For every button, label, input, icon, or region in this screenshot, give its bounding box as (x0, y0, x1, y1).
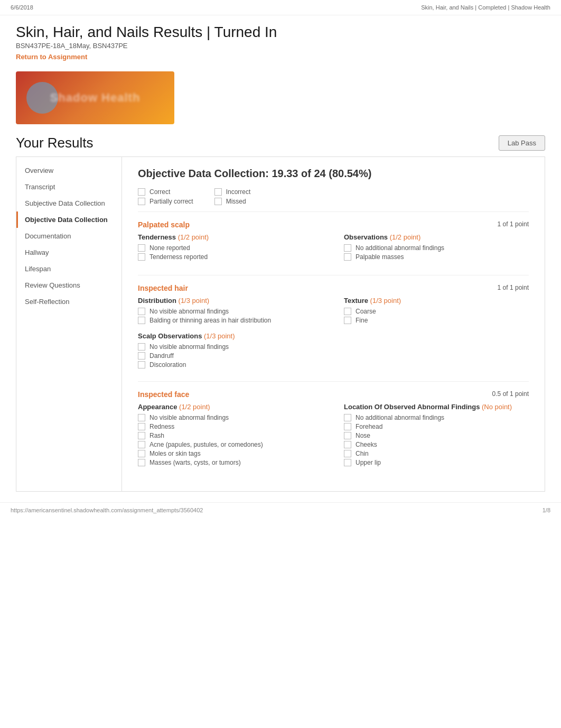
sidebar-item-transcript[interactable]: Transcript (16, 179, 121, 195)
option-tenderness-reported: Tenderness reported (138, 253, 323, 261)
banner-image: Shadow Health (16, 71, 174, 124)
banner-area: Shadow Health (0, 66, 561, 135)
option-dandruff-label: Dandruff (149, 352, 174, 360)
subsection-inspected-face-header: 0.5 of 1 point Inspected face (138, 390, 529, 399)
option-scalp-normal-box (138, 343, 145, 351)
option-face-normal: No visible abnormal findings (138, 414, 323, 421)
option-chin: Chin (344, 450, 529, 457)
option-dist-normal: No visible abnormal findings (138, 308, 323, 315)
sidebar-item-hallway[interactable]: Hallway (16, 244, 121, 261)
option-nose-label: Nose (356, 432, 370, 439)
option-face-normal-box (138, 414, 145, 421)
option-upper-lip-box (344, 459, 351, 466)
banner-logo-text: Shadow Health (50, 91, 141, 105)
option-palpable-masses-label: Palpable masses (356, 253, 404, 261)
option-dist-normal-label: No visible abnormal findings (149, 308, 229, 315)
option-nose: Nose (344, 432, 529, 439)
option-cheeks-box (344, 441, 351, 448)
option-coarse-box (344, 308, 351, 315)
option-dist-balding: Balding or thinning areas in hair distri… (138, 317, 323, 324)
subsection-inspected-hair-header: 1 of 1 point Inspected hair (138, 284, 529, 292)
results-header: Your Results Lab Pass (16, 135, 545, 151)
page-subtitle: BSN437PE-18A_18May, BSN437PE (16, 42, 545, 50)
option-forehead: Forehead (344, 423, 529, 430)
section-heading: Objective Data Collection: 19.33 of 24 (… (138, 168, 529, 180)
option-forehead-label: Forehead (356, 423, 382, 430)
results-section: Your Results Lab Pass Overview Transcrip… (0, 135, 561, 492)
location-points: (No point) (482, 403, 512, 411)
legend-partially-label: Partially correct (149, 198, 193, 205)
legend-missed-label: Missed (226, 198, 246, 205)
sidebar-item-review[interactable]: Review Questions (16, 277, 121, 293)
legend-row: Correct Partially correct Incorrect Miss… (138, 188, 529, 212)
option-cheeks-label: Cheeks (356, 441, 377, 448)
lab-pass-button[interactable]: Lab Pass (499, 135, 545, 151)
palpated-scalp-score: 1 of 1 point (498, 220, 529, 228)
option-redness-label: Redness (149, 423, 174, 430)
option-no-additional-face-box (344, 414, 351, 421)
option-tenderness-reported-box (138, 253, 145, 261)
option-no-additional-box (344, 244, 351, 252)
option-masses: Masses (warts, cysts, or tumors) (138, 459, 323, 466)
inspected-hair-score: 1 of 1 point (498, 284, 529, 291)
option-palpable-masses: Palpable masses (344, 253, 529, 261)
sidebar-item-documentation[interactable]: Documentation (16, 228, 121, 244)
option-rash: Rash (138, 432, 323, 439)
option-dist-balding-box (138, 317, 145, 324)
option-discoloration-box (138, 361, 145, 368)
legend-incorrect-box (214, 188, 222, 196)
legend-correct-box (138, 188, 145, 196)
option-acne: Acne (papules, pustules, or comedones) (138, 441, 323, 448)
appearance-points: (1/2 point) (179, 403, 210, 411)
option-coarse-label: Coarse (356, 308, 376, 315)
option-chin-box (344, 450, 351, 457)
scalp-observations-label: Scalp Observations (1/3 point) (138, 332, 529, 340)
main-content: Objective Data Collection: 19.33 of 24 (… (122, 157, 545, 491)
sidebar: Overview Transcript Subjective Data Coll… (16, 157, 122, 491)
option-scalp-normal-label: No visible abnormal findings (149, 343, 229, 351)
page-footer: https://americansentinel.shadowhealth.co… (0, 502, 561, 518)
option-chin-label: Chin (356, 450, 369, 457)
option-moles-box (138, 450, 145, 457)
legend-partially: Partially correct (138, 198, 193, 205)
sidebar-item-overview[interactable]: Overview (16, 162, 121, 179)
legend-col-2: Incorrect Missed (214, 188, 251, 205)
option-forehead-box (344, 423, 351, 430)
option-dandruff: Dandruff (138, 352, 529, 360)
option-none-reported-label: None reported (149, 244, 190, 252)
option-none-reported-box (138, 244, 145, 252)
scalp-observations-field: Scalp Observations (1/3 point) No visibl… (138, 332, 529, 368)
distribution-label: Distribution (1/3 point) (138, 297, 323, 305)
option-no-additional: No additional abnormal findings (344, 244, 529, 252)
option-nose-box (344, 432, 351, 439)
option-rash-label: Rash (149, 432, 164, 439)
inspected-face-score: 0.5 of 1 point (492, 390, 529, 398)
option-discoloration: Discoloration (138, 361, 529, 368)
legend-missed-box (214, 198, 222, 205)
sidebar-item-subjective[interactable]: Subjective Data Collection (16, 195, 121, 211)
option-acne-label: Acne (papules, pustules, or comedones) (149, 441, 263, 448)
option-masses-label: Masses (warts, cysts, or tumors) (149, 459, 241, 466)
page-title: Skin, Hair, and Nails Results | Turned I… (16, 24, 545, 41)
option-no-additional-face: No additional abnormal findings (344, 414, 529, 421)
sidebar-item-self-reflection[interactable]: Self-Reflection (16, 293, 121, 310)
option-no-additional-label: No additional abnormal findings (356, 244, 444, 252)
observations-col: Observations (1/2 point) No additional a… (344, 233, 529, 262)
texture-label: Texture (1/3 point) (344, 297, 529, 305)
subsection-inspected-hair: 1 of 1 point Inspected hair Distribution… (138, 284, 529, 368)
option-redness-box (138, 423, 145, 430)
content-area: Overview Transcript Subjective Data Coll… (16, 156, 545, 492)
legend-missed: Missed (214, 198, 251, 205)
observations-points: (1/2 point) (390, 233, 421, 241)
option-redness: Redness (138, 423, 323, 430)
sidebar-item-objective[interactable]: Objective Data Collection (16, 211, 121, 228)
top-bar-title: Skin, Hair, and Nails | Completed | Shad… (421, 4, 550, 11)
subsection-palpated-scalp-header: 1 of 1 point Palpated scalp (138, 220, 529, 229)
sidebar-item-lifespan[interactable]: Lifespan (16, 261, 121, 277)
return-to-assignment-link[interactable]: Return to Assignment (16, 53, 87, 61)
legend-incorrect-label: Incorrect (226, 188, 251, 196)
option-none-reported: None reported (138, 244, 323, 252)
inspected-hair-fields: Distribution (1/3 point) No visible abno… (138, 297, 529, 326)
top-bar-date: 6/6/2018 (11, 4, 33, 11)
option-discoloration-label: Discoloration (149, 361, 186, 368)
